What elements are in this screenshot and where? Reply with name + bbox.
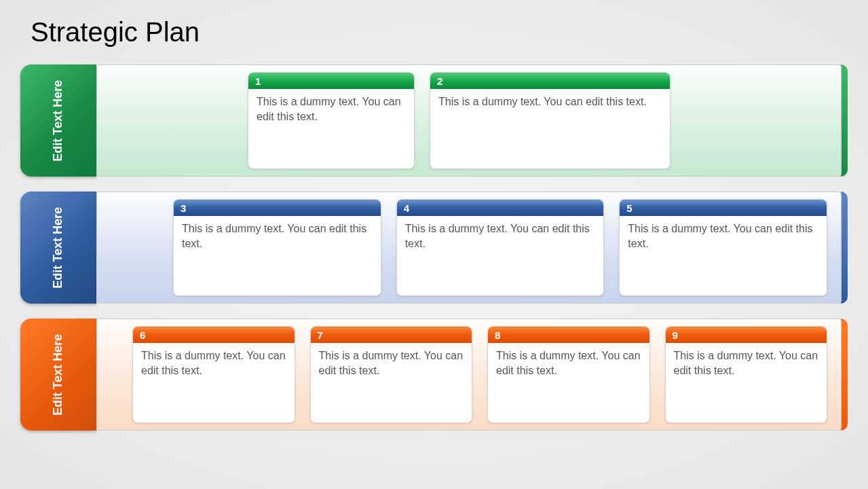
card-3: 3 This is a dummy text. You can edit thi… bbox=[173, 199, 381, 296]
row-2-tab-label: Edit Text Here bbox=[51, 207, 66, 289]
card-2-text: This is a dummy text. You can edit this … bbox=[430, 89, 670, 115]
row-3-tab: Edit Text Here bbox=[20, 319, 96, 431]
card-2: 2 This is a dummy text. You can edit thi… bbox=[430, 72, 671, 169]
row-2-band: 3 This is a dummy text. You can edit thi… bbox=[96, 192, 842, 304]
spacer bbox=[685, 72, 780, 169]
card-4-text: This is a dummy text. You can edit this … bbox=[397, 216, 604, 256]
card-8: 8 This is a dummy text. You can edit thi… bbox=[487, 326, 650, 423]
card-7: 7 This is a dummy text. You can edit thi… bbox=[310, 326, 473, 423]
row-2-tab: Edit Text Here bbox=[20, 192, 96, 304]
spacer bbox=[111, 72, 233, 169]
card-3-number: 3 bbox=[174, 200, 381, 216]
card-1-number: 1 bbox=[248, 73, 414, 89]
row-1: Edit Text Here 1 This is a dummy text. Y… bbox=[20, 65, 848, 177]
slide: Strategic Plan Edit Text Here 1 This is … bbox=[0, 0, 868, 489]
row-3-band: 6 This is a dummy text. You can edit thi… bbox=[96, 319, 842, 431]
row-2-endcap bbox=[841, 192, 848, 304]
card-9-number: 9 bbox=[666, 327, 827, 343]
card-6-number: 6 bbox=[133, 327, 295, 343]
card-9: 9 This is a dummy text. You can edit thi… bbox=[665, 326, 828, 423]
row-1-tab: Edit Text Here bbox=[20, 65, 96, 177]
card-7-number: 7 bbox=[311, 327, 472, 343]
card-6-text: This is a dummy text. You can edit this … bbox=[133, 343, 295, 383]
card-1-text: This is a dummy text. You can edit this … bbox=[248, 89, 414, 129]
row-1-band: 1 This is a dummy text. You can edit thi… bbox=[96, 65, 842, 177]
card-7-text: This is a dummy text. You can edit this … bbox=[311, 343, 472, 383]
slide-title: Strategic Plan bbox=[31, 17, 868, 48]
card-4: 4 This is a dummy text. You can edit thi… bbox=[396, 199, 605, 296]
card-6: 6 This is a dummy text. You can edit thi… bbox=[132, 326, 295, 423]
card-5-number: 5 bbox=[620, 200, 827, 216]
row-3-endcap bbox=[841, 319, 848, 431]
row-1-endcap bbox=[841, 65, 848, 177]
spacer bbox=[111, 199, 158, 296]
card-8-text: This is a dummy text. You can edit this … bbox=[488, 343, 649, 383]
card-8-number: 8 bbox=[488, 327, 649, 343]
row-2: Edit Text Here 3 This is a dummy text. Y… bbox=[20, 192, 848, 304]
card-5-text: This is a dummy text. You can edit this … bbox=[620, 216, 827, 256]
row-3-tab-label: Edit Text Here bbox=[51, 334, 66, 416]
row-3: Edit Text Here 6 This is a dummy text. Y… bbox=[20, 319, 848, 431]
card-4-number: 4 bbox=[397, 200, 604, 216]
card-9-text: This is a dummy text. You can edit this … bbox=[666, 343, 827, 383]
card-3-text: This is a dummy text. You can edit this … bbox=[174, 216, 381, 256]
card-1: 1 This is a dummy text. You can edit thi… bbox=[248, 72, 415, 169]
spacer bbox=[111, 326, 117, 423]
rows-container: Edit Text Here 1 This is a dummy text. Y… bbox=[0, 65, 868, 431]
card-5: 5 This is a dummy text. You can edit thi… bbox=[619, 199, 827, 296]
card-2-number: 2 bbox=[430, 73, 670, 89]
row-1-tab-label: Edit Text Here bbox=[51, 80, 66, 162]
